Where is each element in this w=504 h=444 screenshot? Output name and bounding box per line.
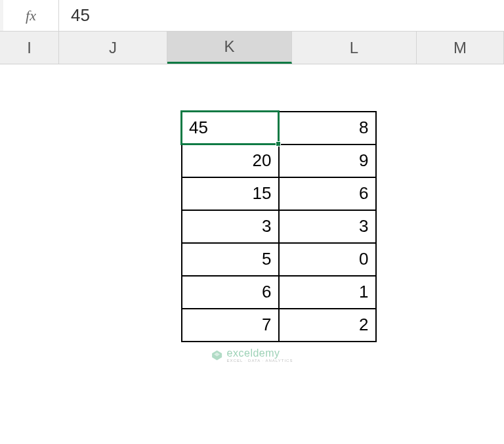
cell-L[interactable]: 8 [279,112,376,144]
table-row: 3 3 [182,210,376,243]
cell-K-selected[interactable]: 45 [182,112,279,144]
table-row: 45 8 [182,112,376,144]
cell-K[interactable]: 20 [182,144,279,177]
cell-K[interactable]: 7 [182,309,279,342]
cell-value: 45 [189,118,208,137]
watermark-text: exceldemy EXCEL · DATA · ANALYTICS [227,348,293,363]
col-header-M[interactable]: M [417,32,504,64]
col-header-K[interactable]: K [167,32,292,64]
col-header-I[interactable]: I [0,32,59,64]
table-row: 7 2 [182,309,376,342]
watermark-name: exceldemy [227,348,293,359]
col-header-L[interactable]: L [292,32,417,64]
grid-area[interactable]: 45 8 20 9 15 6 3 3 5 0 6 1 7 2 [0,64,504,110]
fx-button[interactable]: fx [3,0,59,31]
table-row: 6 1 [182,276,376,309]
watermark-tagline: EXCEL · DATA · ANALYTICS [227,359,293,363]
column-headers: I J K L M [0,32,504,64]
cell-L[interactable]: 1 [279,276,376,309]
formula-bar: fx [0,0,504,32]
watermark: exceldemy EXCEL · DATA · ANALYTICS [211,348,293,363]
col-header-J[interactable]: J [59,32,167,64]
cell-K[interactable]: 5 [182,243,279,276]
cell-L[interactable]: 3 [279,210,376,243]
table-row: 5 0 [182,243,376,276]
table-row: 20 9 [182,144,376,177]
exceldemy-icon [211,349,223,361]
formula-input[interactable] [59,0,504,31]
cell-K[interactable]: 6 [182,276,279,309]
cell-K[interactable]: 3 [182,210,279,243]
cell-L[interactable]: 6 [279,177,376,210]
cell-L[interactable]: 2 [279,309,376,342]
cell-K[interactable]: 15 [182,177,279,210]
fill-handle[interactable] [276,141,281,146]
table-row: 15 6 [182,177,376,210]
cell-L[interactable]: 9 [279,144,376,177]
cell-L[interactable]: 0 [279,243,376,276]
data-table: 45 8 20 9 15 6 3 3 5 0 6 1 7 2 [180,110,377,342]
